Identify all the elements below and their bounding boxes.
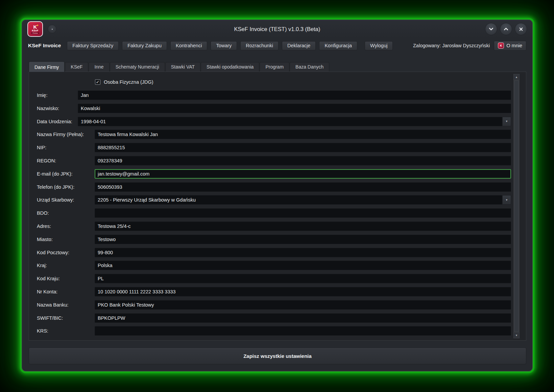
- osoba-fizyczna-label: Osoba Fizyczna (JDG): [104, 79, 153, 85]
- form-row-kod-pocztowy: Kod Pocztowy:: [37, 248, 511, 257]
- nr-konta-input[interactable]: [95, 287, 511, 296]
- nazwa-banku-input[interactable]: [95, 300, 511, 310]
- about-button-label: O mnie: [506, 43, 522, 48]
- email-label: E-mail (do JPK):: [37, 171, 95, 177]
- form-row-kraj: Kraj:: [37, 261, 511, 270]
- imie-input[interactable]: [78, 90, 511, 100]
- nav-konfiguracja-button[interactable]: Konfiguracja: [319, 41, 357, 50]
- vertical-scrollbar[interactable]: ▲ ▼: [513, 74, 520, 338]
- ksef-logo-subtext: Polska: [31, 32, 39, 34]
- form-row-nazwisko: Nazwisko:: [37, 104, 511, 113]
- triangle-down-icon: ▼: [515, 334, 518, 337]
- window-close-button[interactable]: [515, 23, 527, 35]
- kod-kraju-input[interactable]: [95, 274, 511, 283]
- krs-input[interactable]: [95, 326, 511, 336]
- tab-stawki-opodatkowania[interactable]: Stawki opodatkowania: [201, 62, 259, 72]
- tab-program[interactable]: Program: [260, 62, 289, 72]
- telefon-label: Telefon (do JPK):: [37, 184, 95, 190]
- close-icon: [519, 27, 524, 32]
- form-row-miasto: Miasto:: [37, 235, 511, 244]
- data-urodzenia-input[interactable]: [78, 117, 502, 126]
- nip-input[interactable]: [95, 143, 511, 152]
- adres-label: Adres:: [37, 224, 95, 229]
- ksef-logo-text: KSeF: [32, 29, 38, 32]
- urzad-skarbowy-label: Urząd Skarbowy:: [37, 197, 95, 203]
- dropdown-arrow-icon: ▼: [505, 199, 508, 202]
- form-row-kod-kraju: Kod Kraju:: [37, 274, 511, 283]
- kod-pocztowy-label: Kod Pocztowy:: [37, 250, 95, 255]
- krs-label: KRS:: [37, 328, 95, 334]
- settings-tabbar: Dane Firmy KSeF Inne Schematy Numeracji …: [29, 62, 532, 72]
- swift-input[interactable]: [95, 313, 511, 323]
- titlebar: K KSeF Polska KSeF Invoice (TEST) v1.0.3…: [22, 20, 532, 38]
- save-all-settings-button[interactable]: Zapisz wszystkie ustawienia: [29, 347, 526, 364]
- tab-schematy-numeracji[interactable]: Schematy Numeracji: [110, 62, 165, 72]
- urzad-skarbowy-input[interactable]: [95, 195, 502, 205]
- nazwisko-label: Nazwisko:: [37, 106, 78, 111]
- ksef-mini-logo-icon: K: [498, 43, 504, 49]
- tab-inne[interactable]: Inne: [89, 62, 109, 72]
- form-row-email: E-mail (do JPK):: [37, 169, 511, 179]
- nr-konta-label: Nr Konta:: [37, 289, 95, 294]
- form-row-nazwa-banku: Nazwa Banku:: [37, 300, 511, 310]
- dropdown-arrow-icon: ▼: [505, 120, 508, 123]
- nav-rozrachunki-button[interactable]: Rozrachunki: [240, 41, 279, 50]
- ksef-logo-icon: K KSeF Polska: [27, 21, 43, 37]
- nazwa-firmy-input[interactable]: [95, 130, 511, 139]
- bdo-input[interactable]: [95, 208, 511, 218]
- nav-faktury-sprzedazy-button[interactable]: Faktury Sprzedaży: [67, 41, 119, 50]
- main-navbar: KSeF Invoice Faktury Sprzedaży Faktury Z…: [22, 38, 532, 53]
- nav-wyloguj-button[interactable]: Wyloguj: [365, 41, 393, 50]
- form-row-telefon: Telefon (do JPK):: [37, 182, 511, 192]
- osoba-fizyczna-checkbox[interactable]: ✓: [95, 79, 100, 85]
- form-row-krs: KRS:: [37, 326, 511, 336]
- swift-label: SWIFT/BIC:: [37, 315, 95, 321]
- logged-in-user: Zalogowany: Jarosław Dyszczyński: [413, 43, 490, 48]
- tab-ksef[interactable]: KSeF: [65, 62, 88, 72]
- form-row-nazwa-firmy: Nazwa Firmy (Pełna):: [37, 130, 511, 139]
- miasto-input[interactable]: [95, 235, 511, 244]
- nazwisko-input[interactable]: [78, 104, 511, 113]
- kraj-input[interactable]: [95, 261, 511, 270]
- data-urodzenia-label: Data Urodzenia:: [37, 119, 78, 124]
- window-controls: [485, 23, 527, 35]
- company-data-panel: ✓ Osoba Fizyczna (JDG) Imię: Nazwisko: D…: [29, 72, 526, 341]
- miasto-label: Miasto:: [37, 237, 95, 242]
- dot-icon: [52, 29, 53, 30]
- tab-stawki-vat[interactable]: Stawki VAT: [165, 62, 200, 72]
- tray-dot-button[interactable]: [48, 25, 56, 33]
- nav-towary-button[interactable]: Towary: [211, 41, 237, 50]
- checkbox-row: ✓ Osoba Fizyczna (JDG): [95, 79, 511, 85]
- adres-input[interactable]: [95, 221, 511, 231]
- bdo-label: BDO:: [37, 210, 95, 216]
- scrollbar-track[interactable]: [514, 80, 519, 332]
- nav-deklaracje-button[interactable]: Deklaracje: [282, 41, 316, 50]
- ksef-logo-glyph: K: [33, 24, 37, 29]
- imie-label: Imię:: [37, 93, 78, 98]
- telefon-input[interactable]: [95, 182, 511, 192]
- about-button[interactable]: K O mnie: [494, 41, 526, 51]
- scrollbar-thumb[interactable]: [514, 80, 519, 332]
- regon-label: REGON:: [37, 158, 95, 163]
- regon-input[interactable]: [95, 156, 511, 165]
- data-urodzenia-dropdown-button[interactable]: ▼: [502, 117, 511, 126]
- tab-dane-firmy[interactable]: Dane Firmy: [29, 61, 65, 72]
- kraj-label: Kraj:: [37, 263, 95, 268]
- form-row-nip: NIP:: [37, 143, 511, 152]
- kod-pocztowy-input[interactable]: [95, 248, 511, 257]
- form-row-swift: SWIFT/BIC:: [37, 313, 511, 323]
- form-row-data-urodzenia: Data Urodzenia: ▼: [37, 117, 511, 126]
- form-row-regon: REGON:: [37, 156, 511, 165]
- window-roll-down-button[interactable]: [485, 23, 497, 35]
- chevron-down-icon: [488, 26, 494, 32]
- tab-baza-danych[interactable]: Baza Danych: [290, 62, 329, 72]
- scrollbar-down-button[interactable]: ▼: [514, 332, 519, 338]
- scrollbar-up-button[interactable]: ▲: [514, 74, 519, 80]
- urzad-skarbowy-dropdown-button[interactable]: ▼: [502, 195, 511, 205]
- form-row-adres: Adres:: [37, 221, 511, 231]
- window-roll-up-button[interactable]: [500, 23, 512, 35]
- email-input[interactable]: [95, 169, 511, 179]
- nav-kontrahenci-button[interactable]: Kontrahenci: [170, 41, 207, 50]
- chevron-up-icon: [503, 26, 509, 32]
- nav-faktury-zakupu-button[interactable]: Faktury Zakupu: [122, 41, 167, 50]
